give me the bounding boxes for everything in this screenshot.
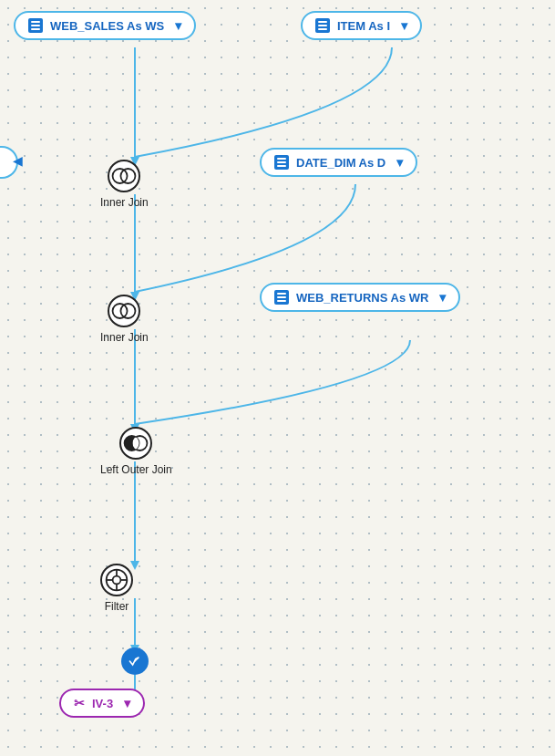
- web-sales-node[interactable]: WEB_SALES As WS ▾: [14, 11, 196, 40]
- filter-circle[interactable]: [100, 564, 133, 596]
- filter-label: Filter: [105, 600, 129, 613]
- web-returns-node[interactable]: WEB_RETURNS As WR ▾: [260, 283, 460, 312]
- web-sales-label: WEB_SALES As WS: [50, 19, 164, 33]
- inner-join-2-node[interactable]: Inner Join: [100, 295, 149, 344]
- web-returns-chevron-icon: ▾: [439, 290, 446, 305]
- inner-join-2-label: Inner Join: [100, 331, 149, 344]
- svg-point-14: [113, 576, 121, 585]
- table-icon: [28, 18, 43, 33]
- iv3-chevron-icon: ▾: [124, 696, 130, 710]
- inner-join-2-circle[interactable]: [108, 295, 140, 327]
- web-returns-table-icon: [274, 290, 289, 305]
- filter-node[interactable]: Filter: [100, 564, 133, 613]
- iv3-node[interactable]: ✂ IV-3 ▾: [59, 689, 145, 718]
- left-outer-join-node[interactable]: Left Outer Join: [100, 427, 172, 476]
- left-edge-arrow-icon: ◀: [13, 153, 23, 168]
- item-chevron-icon: ▾: [401, 18, 407, 33]
- item-table-icon: [315, 18, 330, 33]
- left-outer-join-label: Left Outer Join: [100, 463, 172, 476]
- iv3-scissors-icon: ✂: [74, 696, 85, 710]
- item-node[interactable]: ITEM As I ▾: [301, 11, 422, 40]
- inner-join-1-circle[interactable]: [108, 160, 140, 192]
- inner-join-1-node[interactable]: Inner Join: [100, 160, 149, 209]
- web-returns-label: WEB_RETURNS As WR: [296, 291, 428, 305]
- date-dim-chevron-icon: ▾: [396, 155, 403, 170]
- web-sales-chevron-icon: ▾: [175, 18, 181, 33]
- date-dim-label: DATE_DIM As D: [296, 156, 385, 170]
- left-outer-join-circle[interactable]: [119, 427, 152, 460]
- iv-connector-circle[interactable]: [121, 647, 149, 675]
- item-label: ITEM As I: [337, 19, 390, 33]
- date-dim-table-icon: [274, 155, 289, 170]
- iv3-label: IV-3: [92, 697, 113, 710]
- date-dim-node[interactable]: DATE_DIM As D ▾: [260, 148, 417, 177]
- inner-join-1-label: Inner Join: [100, 196, 149, 209]
